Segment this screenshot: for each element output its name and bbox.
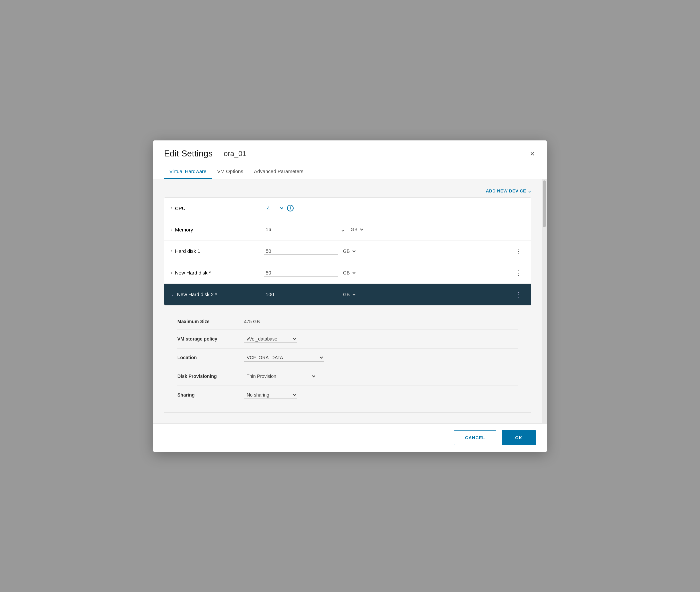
vm-name: ora_01: [224, 149, 247, 158]
sharing-select[interactable]: No sharing Multi-writer: [244, 391, 297, 399]
hard-disk-1-label-group: › Hard disk 1: [171, 248, 264, 254]
cpu-value-group: 4 1 2 8 16 i: [264, 204, 524, 212]
new-hard-disk-menu-button[interactable]: ⋮: [512, 267, 524, 278]
new-hard-disk-2-input[interactable]: [264, 291, 338, 298]
location-value-group: VCF_ORA_DATA: [244, 354, 324, 361]
tab-advanced-parameters[interactable]: Advanced Parameters: [249, 164, 309, 179]
disk-provisioning-label: Disk Provisioning: [177, 374, 244, 379]
disk-provisioning-value-group: Thin Provision Thick Provision Lazy Zero…: [244, 373, 316, 380]
new-hard-disk-value-group: GB MB TB: [264, 269, 512, 277]
tab-vm-options[interactable]: VM Options: [212, 164, 248, 179]
disk-provisioning-row: Disk Provisioning Thin Provision Thick P…: [177, 367, 518, 386]
memory-unit-select[interactable]: GB MB: [348, 226, 364, 233]
maximum-size-value: 475 GB: [244, 319, 260, 324]
vm-storage-policy-select[interactable]: vVol_database: [244, 335, 297, 343]
hard-disk-1-input[interactable]: [264, 247, 338, 255]
new-hard-disk-2-value-group: GB MB TB: [264, 291, 512, 298]
new-hard-disk-2-label: New Hard disk 2 *: [177, 292, 217, 297]
title-divider: [218, 149, 218, 158]
hardware-table: › CPU 4 1 2 8 16 i: [164, 197, 531, 305]
new-hard-disk-2-unit-select[interactable]: GB MB TB: [340, 291, 357, 298]
memory-row: › Memory ⌄ GB MB: [164, 219, 531, 241]
tab-bar: Virtual Hardware VM Options Advanced Par…: [153, 164, 547, 179]
memory-value-group: ⌄ GB MB: [264, 226, 524, 233]
hard-disk-1-row: › Hard disk 1 GB MB TB ⋮: [164, 241, 531, 262]
hard-disk-1-chevron[interactable]: ›: [171, 249, 172, 253]
sharing-row: Sharing No sharing Multi-writer: [177, 386, 518, 404]
edit-settings-modal: Edit Settings ora_01 × Virtual Hardware …: [153, 140, 547, 452]
cancel-button[interactable]: CANCEL: [454, 430, 496, 445]
scrollbar-track: [542, 179, 547, 423]
location-row: Location VCF_ORA_DATA: [177, 349, 518, 367]
cpu-row: › CPU 4 1 2 8 16 i: [164, 198, 531, 219]
memory-input[interactable]: [264, 226, 338, 233]
sharing-label: Sharing: [177, 392, 244, 398]
memory-dropdown-icon: ⌄: [340, 226, 345, 233]
location-select[interactable]: VCF_ORA_DATA: [244, 354, 324, 361]
cpu-info-icon[interactable]: i: [287, 205, 294, 211]
new-hard-disk-chevron[interactable]: ›: [171, 270, 172, 275]
ok-button[interactable]: OK: [502, 430, 536, 445]
maximum-size-label: Maximum Size: [177, 319, 244, 324]
location-label: Location: [177, 355, 244, 360]
hard-disk-1-unit-select[interactable]: GB MB TB: [340, 247, 357, 255]
info-symbol: i: [290, 206, 291, 210]
tab-virtual-hardware[interactable]: Virtual Hardware: [164, 164, 212, 179]
sharing-value-group: No sharing Multi-writer: [244, 391, 297, 399]
new-hard-disk-2-chevron[interactable]: ⌄: [171, 292, 174, 297]
disk-detail-panel: Maximum Size 475 GB VM storage policy vV…: [164, 305, 531, 412]
new-hard-disk-2-row: ⌄ New Hard disk 2 * GB MB TB ⋮: [164, 284, 531, 305]
add-new-device-label: ADD NEW DEVICE: [486, 188, 526, 193]
new-hard-disk-unit-select[interactable]: GB MB TB: [340, 269, 357, 277]
new-hard-disk-label-group: › New Hard disk *: [171, 270, 264, 276]
vm-storage-policy-label: VM storage policy: [177, 336, 244, 342]
modal-footer: CANCEL OK: [153, 423, 547, 452]
add-new-device-button[interactable]: ADD NEW DEVICE ⌄: [486, 188, 531, 193]
disk-provisioning-select[interactable]: Thin Provision Thick Provision Lazy Zero…: [244, 373, 316, 380]
new-hard-disk-row: › New Hard disk * GB MB TB ⋮: [164, 262, 531, 284]
scrollbar-thumb[interactable]: [543, 181, 546, 227]
cpu-select[interactable]: 4 1 2 8 16: [264, 204, 284, 212]
add-new-device-chevron: ⌄: [528, 188, 532, 193]
cpu-label-group: › CPU: [171, 205, 264, 211]
hard-disk-1-value-group: GB MB TB: [264, 247, 512, 255]
modal-title: Edit Settings: [164, 148, 213, 159]
title-group: Edit Settings ora_01: [164, 148, 247, 159]
main-content: ADD NEW DEVICE ⌄ › CPU 4: [153, 179, 542, 423]
memory-label-group: › Memory: [171, 227, 264, 233]
vm-storage-policy-row: VM storage policy vVol_database: [177, 330, 518, 349]
vm-storage-policy-value-group: vVol_database: [244, 335, 297, 343]
new-hard-disk-2-label-group: ⌄ New Hard disk 2 *: [171, 292, 264, 297]
cpu-label: CPU: [175, 205, 186, 211]
hard-disk-1-menu-button[interactable]: ⋮: [512, 246, 524, 256]
new-hard-disk-label: New Hard disk *: [175, 270, 211, 276]
new-hard-disk-input[interactable]: [264, 269, 338, 277]
new-hard-disk-2-menu-button[interactable]: ⋮: [512, 289, 524, 300]
cpu-chevron[interactable]: ›: [171, 206, 172, 210]
modal-header: Edit Settings ora_01 ×: [153, 140, 547, 159]
memory-label: Memory: [175, 227, 193, 233]
scroll-area: ADD NEW DEVICE ⌄ › CPU 4: [153, 179, 547, 423]
hard-disk-1-label: Hard disk 1: [175, 248, 200, 254]
toolbar: ADD NEW DEVICE ⌄: [153, 185, 542, 197]
close-button[interactable]: ×: [529, 148, 536, 159]
memory-chevron[interactable]: ›: [171, 227, 172, 232]
maximum-size-row: Maximum Size 475 GB: [177, 313, 518, 330]
